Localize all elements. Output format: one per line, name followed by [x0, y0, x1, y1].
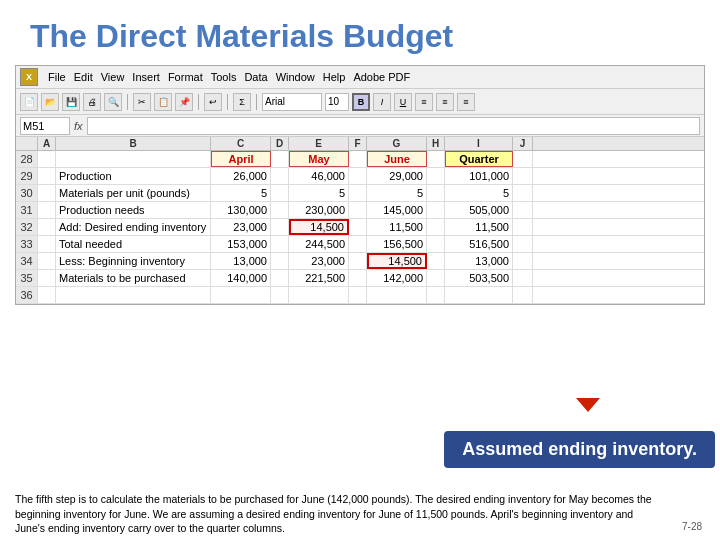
menu-adobe[interactable]: Adobe PDF — [353, 71, 410, 83]
sum-btn[interactable]: Σ — [233, 93, 251, 111]
open-btn[interactable]: 📂 — [41, 93, 59, 111]
grid-area: A B C D E F G H I J 28 April May June Qu… — [16, 137, 704, 304]
new-btn[interactable]: 📄 — [20, 93, 38, 111]
col-header-e: E — [289, 137, 349, 150]
cell-36-f — [349, 287, 367, 303]
table-row: 29 Production 26,000 46,000 29,000 101,0… — [16, 168, 704, 185]
cell-29-a — [38, 168, 56, 184]
menu-insert[interactable]: Insert — [132, 71, 160, 83]
undo-btn[interactable]: ↩ — [204, 93, 222, 111]
col-header-g: G — [367, 137, 427, 150]
cell-28-a — [38, 151, 56, 167]
cell-30-f — [349, 185, 367, 201]
font-selector[interactable] — [262, 93, 322, 111]
cell-34-j — [513, 253, 533, 269]
col-header-b: B — [56, 137, 211, 150]
bold-btn[interactable]: B — [352, 93, 370, 111]
menu-bar: X File Edit View Insert Format Tools Dat… — [16, 66, 704, 89]
cell-29-june: 29,000 — [367, 168, 427, 184]
menu-format[interactable]: Format — [168, 71, 203, 83]
cell-29-j — [513, 168, 533, 184]
formula-input[interactable] — [87, 117, 700, 135]
cell-36-h — [427, 287, 445, 303]
cell-29-quarter: 101,000 — [445, 168, 513, 184]
cell-29-may: 46,000 — [289, 168, 349, 184]
cell-34-quarter: 13,000 — [445, 253, 513, 269]
cell-30-june: 5 — [367, 185, 427, 201]
menu-view[interactable]: View — [101, 71, 125, 83]
cell-32-d — [271, 219, 289, 235]
row-num-34: 34 — [16, 253, 38, 269]
table-row: 34 Less: Beginning inventory 13,000 23,0… — [16, 253, 704, 270]
menu-help[interactable]: Help — [323, 71, 346, 83]
menu-window[interactable]: Window — [276, 71, 315, 83]
cell-28-f — [349, 151, 367, 167]
cut-btn[interactable]: ✂ — [133, 93, 151, 111]
cell-33-j — [513, 236, 533, 252]
table-row: 33 Total needed 153,000 244,500 156,500 … — [16, 236, 704, 253]
cell-30-h — [427, 185, 445, 201]
cell-31-h — [427, 202, 445, 218]
cell-30-april: 5 — [211, 185, 271, 201]
menu-items: File Edit View Insert Format Tools Data … — [48, 71, 410, 83]
table-row: 31 Production needs 130,000 230,000 145,… — [16, 202, 704, 219]
table-row: 28 April May June Quarter — [16, 151, 704, 168]
sep4 — [256, 94, 257, 110]
align-left-btn[interactable]: ≡ — [415, 93, 433, 111]
cell-31-may: 230,000 — [289, 202, 349, 218]
font-size[interactable] — [325, 93, 349, 111]
col-header-c: C — [211, 137, 271, 150]
cell-30-d — [271, 185, 289, 201]
cell-36-a — [38, 287, 56, 303]
table-row: 35 Materials to be purchased 140,000 221… — [16, 270, 704, 287]
cell-32-april: 23,000 — [211, 219, 271, 235]
underline-btn[interactable]: U — [394, 93, 412, 111]
cell-33-may: 244,500 — [289, 236, 349, 252]
menu-file[interactable]: File — [48, 71, 66, 83]
align-center-btn[interactable]: ≡ — [436, 93, 454, 111]
italic-btn[interactable]: I — [373, 93, 391, 111]
menu-data[interactable]: Data — [244, 71, 267, 83]
cell-35-f — [349, 270, 367, 286]
save-btn[interactable]: 💾 — [62, 93, 80, 111]
cell-35-a — [38, 270, 56, 286]
row-num-33: 33 — [16, 236, 38, 252]
col-header-quarter: Quarter — [445, 151, 513, 167]
cell-33-june: 156,500 — [367, 236, 427, 252]
sep2 — [198, 94, 199, 110]
menu-tools[interactable]: Tools — [211, 71, 237, 83]
cell-29-d — [271, 168, 289, 184]
cell-31-a — [38, 202, 56, 218]
cell-32-j — [513, 219, 533, 235]
menu-edit[interactable]: Edit — [74, 71, 93, 83]
cell-36-b — [56, 287, 211, 303]
cell-30-a — [38, 185, 56, 201]
cell-31-quarter: 505,000 — [445, 202, 513, 218]
toolbar: 📄 📂 💾 🖨 🔍 ✂ 📋 📌 ↩ Σ B I U ≡ ≡ ≡ — [16, 89, 704, 115]
cell-36-d — [271, 287, 289, 303]
copy-btn[interactable]: 📋 — [154, 93, 172, 111]
preview-btn[interactable]: 🔍 — [104, 93, 122, 111]
cell-35-h — [427, 270, 445, 286]
print-btn[interactable]: 🖨 — [83, 93, 101, 111]
fx-label: fx — [74, 120, 83, 132]
align-right-btn[interactable]: ≡ — [457, 93, 475, 111]
cell-35-quarter: 503,500 — [445, 270, 513, 286]
cell-29-h — [427, 168, 445, 184]
cell-35-d — [271, 270, 289, 286]
cell-34-f — [349, 253, 367, 269]
col-header-i: I — [445, 137, 513, 150]
callout-arrow — [576, 398, 600, 412]
sep1 — [127, 94, 128, 110]
cell-32-a — [38, 219, 56, 235]
cell-34-h — [427, 253, 445, 269]
bottom-text: The fifth step is to calculate the mater… — [15, 492, 660, 536]
cell-31-april: 130,000 — [211, 202, 271, 218]
cell-29-f — [349, 168, 367, 184]
cell-reference[interactable] — [20, 117, 70, 135]
page-number: 7-28 — [682, 521, 702, 532]
cell-35-label: Materials to be purchased — [56, 270, 211, 286]
cell-35-april: 140,000 — [211, 270, 271, 286]
paste-btn[interactable]: 📌 — [175, 93, 193, 111]
cell-28-d — [271, 151, 289, 167]
